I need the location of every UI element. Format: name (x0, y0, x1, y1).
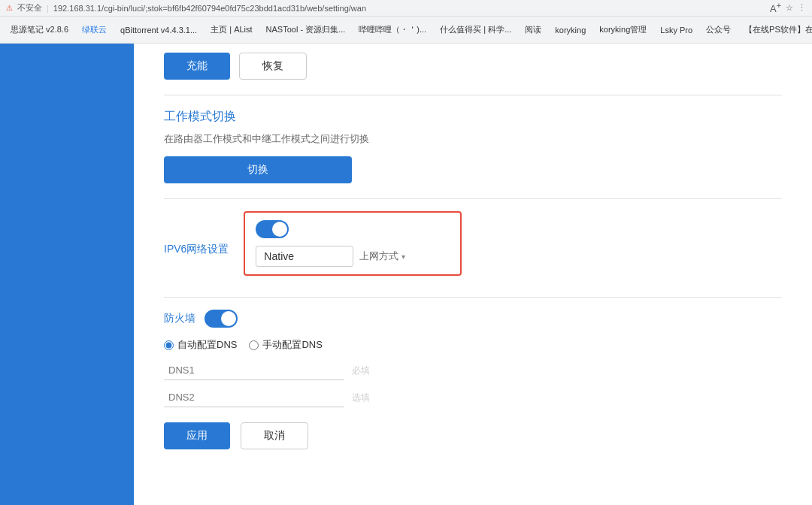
tab-alist[interactable]: 主页 | AList (206, 23, 256, 37)
lock-icon: ⚠ (6, 4, 13, 12)
ipv6-label: IPV6网络设置 (164, 243, 229, 256)
tab-bilibili[interactable]: 哔哩哔哩（・＇)... (354, 23, 431, 37)
flash-button[interactable]: 充能 (164, 53, 230, 80)
dns2-input[interactable] (164, 388, 344, 407)
select-label: 上网方式 ▾ (359, 249, 405, 263)
manual-dns-radio[interactable] (249, 340, 259, 350)
manual-dns-text: 手动配置DNS (262, 338, 322, 352)
switch-button[interactable]: 切换 (164, 156, 352, 183)
browser-toolbar: 思源笔记 v2.8.6 绿联云 qBittorrent v4.4.3.1... … (0, 17, 812, 44)
main-content: 充能 恢复 工作模式切换 在路由器工作模式和中继工作模式之间进行切换 切换 IP… (134, 44, 812, 505)
native-input[interactable] (256, 246, 353, 267)
tab-smzdm[interactable]: 什么值得买 | 科学... (435, 23, 516, 37)
ipv6-highlight-box: 上网方式 ▾ (244, 211, 462, 276)
font-size-icon[interactable]: A+ (770, 1, 781, 14)
work-mode-desc: 在路由器工作模式和中继工作模式之间进行切换 (164, 132, 782, 146)
fw-toggle-slider (205, 310, 238, 328)
firewall-label: 防火墙 (164, 312, 195, 325)
top-buttons-row: 充能 恢复 (164, 44, 782, 95)
ipv6-toggle[interactable] (256, 220, 289, 238)
dns2-hint: 选填 (352, 392, 370, 404)
tab-qbit[interactable]: qBittorrent v4.4.3.1... (116, 24, 201, 36)
apply-button[interactable]: 应用 (164, 422, 230, 449)
bottom-buttons: 应用 取消 (164, 422, 782, 449)
star-icon[interactable]: ☆ (786, 3, 793, 13)
toggle-slider (256, 220, 289, 238)
tab-gzh[interactable]: 公众号 (701, 23, 735, 37)
security-label: 不安全 (17, 2, 42, 14)
browser-bar: ⚠ 不安全 | 192.168.31.1/cgi-bin/luci/;stok=… (0, 0, 812, 17)
dns2-row: 选填 (164, 388, 782, 407)
switch-btn-row: 切换 (164, 156, 782, 183)
divider-3 (164, 297, 782, 298)
dns1-row: 必填 (164, 361, 782, 380)
tab-siyuan[interactable]: 思源笔记 v2.8.6 (6, 23, 73, 37)
sidebar (0, 44, 134, 505)
tab-greencloud[interactable]: 绿联云 (77, 23, 111, 37)
work-mode-title: 工作模式切换 (164, 95, 782, 132)
manual-dns-label[interactable]: 手动配置DNS (249, 338, 322, 352)
auto-dns-radio[interactable] (164, 340, 174, 350)
tab-onlineps[interactable]: 【在线PS软件】在... (740, 23, 812, 37)
url-bar[interactable]: 192.168.31.1/cgi-bin/luci/;stok=bf6fb42f… (53, 4, 765, 13)
firewall-toggle[interactable] (205, 310, 238, 328)
firewall-row: 防火墙 (164, 310, 782, 328)
page-wrapper: 充能 恢复 工作模式切换 在路由器工作模式和中继工作模式之间进行切换 切换 IP… (0, 44, 812, 505)
dns1-input[interactable] (164, 361, 344, 380)
menu-icon[interactable]: ⋮ (798, 3, 806, 13)
tab-koryking[interactable]: koryking (550, 24, 590, 36)
select-label-text: 上网方式 (359, 249, 398, 263)
auto-dns-text: 自动配置DNS (177, 338, 237, 352)
tab-koryking-mgr[interactable]: koryking管理 (595, 23, 651, 37)
restore-button[interactable]: 恢复 (239, 53, 307, 80)
ipv6-toggle-row (256, 220, 450, 238)
chevron-down-icon[interactable]: ▾ (401, 252, 405, 261)
dns1-hint: 必填 (352, 364, 370, 377)
ipv6-setting-row: IPV6网络设置 上网方式 ▾ (164, 211, 782, 288)
tab-nastool[interactable]: NASTool - 资源归集... (262, 23, 350, 37)
dns-radio-row: 自动配置DNS 手动配置DNS (164, 338, 782, 352)
divider-2 (164, 198, 782, 199)
tab-lskypro[interactable]: Lsky Pro (656, 24, 697, 36)
auto-dns-label[interactable]: 自动配置DNS (164, 338, 237, 352)
native-select-row: 上网方式 ▾ (256, 246, 450, 267)
cancel-button[interactable]: 取消 (241, 422, 308, 449)
tab-yuedu[interactable]: 阅读 (520, 23, 546, 37)
